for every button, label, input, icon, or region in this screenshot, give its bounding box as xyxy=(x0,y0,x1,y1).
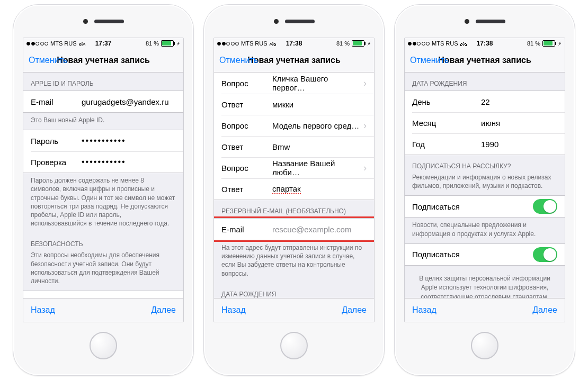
status-bar: MTS RUS 17:37 81 % ⚡︎ xyxy=(23,38,183,49)
section-header-appleid: APPLE ID И ПАРОЛЬ xyxy=(23,73,183,91)
question-2-select[interactable]: Вопрос Модель первого сред… › xyxy=(214,115,374,136)
wifi-icon xyxy=(79,41,85,46)
cell-label: Вопрос xyxy=(221,121,272,130)
question-3-value: Название Вашей люби… xyxy=(272,159,360,177)
answer-2-input[interactable]: Ответ Bmw xyxy=(214,136,374,157)
section-header-subscribe: ПОДПИСАТЬСЯ НА РАССЫЛКУ? xyxy=(405,155,565,173)
question-placeholder: Выбрать xyxy=(82,297,170,298)
dob-day-field[interactable]: День 22 xyxy=(405,91,565,112)
bottom-toolbar: Назад Далее xyxy=(214,298,374,322)
home-button[interactable] xyxy=(471,332,498,359)
subscribe-note-1: Рекомендации и информация о новых релиза… xyxy=(405,173,565,195)
next-button[interactable]: Далее xyxy=(532,305,557,315)
password-field[interactable]: Пароль ••••••••••• xyxy=(23,130,183,151)
charging-icon: ⚡︎ xyxy=(176,41,180,47)
dob-day-value: 22 xyxy=(481,97,557,106)
navbar: Отменить Новая учетная запись xyxy=(405,49,565,73)
next-button[interactable]: Далее xyxy=(151,305,176,315)
page-title: Новая учетная запись xyxy=(57,56,150,65)
phone-frame-1: MTS RUS 17:37 81 % ⚡︎ Отменить Новая уче… xyxy=(13,4,194,376)
cancel-button[interactable]: Отменить xyxy=(410,56,449,65)
cell-label: Год xyxy=(412,140,481,149)
email-value: gurugadgets@yandex.ru xyxy=(82,97,176,106)
dob-month-field[interactable]: Месяц июня xyxy=(405,112,565,133)
cell-label: Месяц xyxy=(412,119,481,128)
status-bar: MTS RUS 17:38 81 % ⚡︎ xyxy=(405,38,565,49)
status-bar: MTS RUS 17:38 81 % ⚡︎ xyxy=(214,38,374,49)
page-title: Новая учетная запись xyxy=(247,56,341,65)
battery-percent: 81 % xyxy=(146,40,159,47)
answer-3-value: спартак xyxy=(272,184,367,194)
answer-2-value: Bmw xyxy=(272,142,367,151)
phone-top xyxy=(204,5,384,38)
chevron-right-icon: › xyxy=(173,297,176,298)
status-time: 17:38 xyxy=(477,40,493,47)
security-note: Эти вопросы необходимы для обеспечения б… xyxy=(23,251,183,291)
battery-icon xyxy=(542,40,555,47)
rescue-note: На этот адрес будут отправлены инструкци… xyxy=(214,240,374,283)
question-1-value: Кличка Вашего первог… xyxy=(272,74,360,92)
security-question-select[interactable]: Вопрос Выбрать › xyxy=(23,291,183,298)
signal-icon xyxy=(26,42,48,46)
phone-top xyxy=(13,5,193,38)
toggle-on-icon[interactable] xyxy=(533,199,557,214)
chevron-right-icon: › xyxy=(363,163,367,173)
cell-label: Вопрос xyxy=(221,79,272,88)
cell-label: Ответ xyxy=(221,142,272,151)
subscribe-note-2: Новости, специальные предложения и инфор… xyxy=(405,218,565,243)
cell-label: Пароль xyxy=(31,137,82,146)
battery-percent: 81 % xyxy=(336,40,350,47)
cell-label: Ответ xyxy=(221,100,272,109)
question-1-select[interactable]: Вопрос Кличка Вашего первог… › xyxy=(214,73,374,94)
rescue-email-input[interactable]: E-mail rescue@example.com xyxy=(214,219,374,240)
navbar: Отменить Новая учетная запись xyxy=(214,49,374,73)
toggle-on-icon[interactable] xyxy=(533,247,557,262)
back-button[interactable]: Назад xyxy=(31,305,55,315)
dob-year-value: 1990 xyxy=(481,140,557,149)
dob-year-field[interactable]: Год 1990 xyxy=(405,133,565,155)
home-button[interactable] xyxy=(90,332,117,359)
cancel-button[interactable]: Отменить xyxy=(29,56,67,65)
cancel-button[interactable]: Отменить xyxy=(219,56,258,65)
signal-icon xyxy=(217,42,239,46)
back-button[interactable]: Назад xyxy=(221,305,246,315)
phone-frame-2: MTS RUS 17:38 81 % ⚡︎ Отменить Новая уче… xyxy=(203,4,385,376)
subscribe-toggle-1[interactable]: Подписаться xyxy=(405,196,565,217)
screen-3: MTS RUS 17:38 81 % ⚡︎ Отменить Новая уче… xyxy=(404,38,565,322)
status-time: 17:38 xyxy=(286,40,302,47)
home-button[interactable] xyxy=(280,332,308,359)
confirm-password-field[interactable]: Проверка ••••••••••• xyxy=(23,151,183,173)
carrier-label: MTS RUS xyxy=(241,40,268,47)
answer-3-input[interactable]: Ответ спартак xyxy=(214,178,374,200)
cell-label: Проверка xyxy=(31,158,82,167)
rescue-email-placeholder: rescue@example.com xyxy=(272,225,367,234)
cell-label: E-mail xyxy=(221,225,272,234)
cell-label: День xyxy=(412,97,481,106)
signal-icon xyxy=(408,42,430,46)
charging-icon: ⚡︎ xyxy=(367,41,371,47)
section-header-rescue: РЕЗЕРВНЫЙ E-MAIL (НЕОБЯЗАТЕЛЬНО) xyxy=(214,200,374,218)
subscribe-toggle-2[interactable]: Подписаться xyxy=(405,244,565,265)
charging-icon: ⚡︎ xyxy=(558,41,562,47)
question-3-select[interactable]: Вопрос Название Вашей люби… › xyxy=(214,157,374,178)
subscribe-label-2: Подписаться xyxy=(412,250,533,259)
navbar: Отменить Новая учетная запись xyxy=(23,49,183,73)
cell-label: Вопрос xyxy=(31,297,82,298)
privacy-note: В целях защиты персональной информации A… xyxy=(405,266,565,298)
section-header-dob: ДАТА РОЖДЕНИЯ xyxy=(405,73,565,91)
next-button[interactable]: Далее xyxy=(342,305,367,315)
carrier-label: MTS RUS xyxy=(432,40,458,47)
carrier-label: MTS RUS xyxy=(50,40,77,47)
password-value: ••••••••••• xyxy=(82,136,176,146)
cell-label: E-mail xyxy=(31,97,82,106)
answer-1-input[interactable]: Ответ микки xyxy=(214,94,374,115)
bottom-toolbar: Назад Далее xyxy=(405,298,565,322)
bottom-toolbar: Назад Далее xyxy=(23,298,183,322)
back-button[interactable]: Назад xyxy=(412,305,436,315)
email-field[interactable]: E-mail gurugadgets@yandex.ru xyxy=(23,91,183,112)
chevron-right-icon: › xyxy=(363,121,367,130)
wifi-icon xyxy=(270,41,276,46)
subscribe-label-1: Подписаться xyxy=(412,202,533,211)
battery-percent: 81 % xyxy=(527,40,540,47)
battery-icon xyxy=(161,40,174,47)
